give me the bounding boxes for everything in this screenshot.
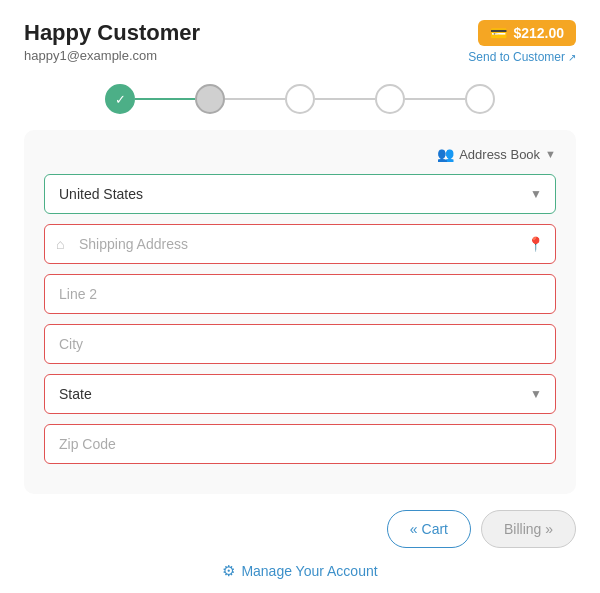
address-book-icon: 👥 xyxy=(437,146,454,162)
chevron-down-icon: ▼ xyxy=(545,148,556,160)
zip-input[interactable] xyxy=(44,424,556,464)
gear-icon: ⚙ xyxy=(222,562,235,580)
manage-account-label: Manage Your Account xyxy=(241,563,377,579)
zip-field[interactable] xyxy=(44,424,556,464)
step-2[interactable] xyxy=(195,84,225,114)
line2-field[interactable] xyxy=(44,274,556,314)
step-5[interactable] xyxy=(465,84,495,114)
city-input[interactable] xyxy=(44,324,556,364)
country-select[interactable]: United States xyxy=(44,174,556,214)
card-icon: 💳 xyxy=(490,25,507,41)
step-1[interactable]: ✓ xyxy=(105,84,135,114)
main-card: 👥 Address Book ▼ United States ▼ ⌂ 📍 xyxy=(24,130,576,494)
city-field[interactable] xyxy=(44,324,556,364)
step-line-2 xyxy=(225,98,285,100)
address-book-link[interactable]: 👥 Address Book ▼ xyxy=(44,146,556,162)
location-pin-icon: 📍 xyxy=(527,236,544,252)
price-badge: 💳 $212.00 Send to Customer ↗ xyxy=(468,20,576,64)
external-link-icon: ↗ xyxy=(568,52,576,63)
price-amount: $212.00 xyxy=(513,25,564,41)
action-buttons: « Cart Billing » xyxy=(0,494,600,556)
step-line-3 xyxy=(315,98,375,100)
shipping-address-input[interactable] xyxy=(44,224,556,264)
line2-input[interactable] xyxy=(44,274,556,314)
address-book-label: Address Book xyxy=(459,147,540,162)
header: Happy Customer happy1@example.com 💳 $212… xyxy=(0,0,600,76)
home-icon: ⌂ xyxy=(56,236,64,252)
manage-account-link[interactable]: ⚙ Manage Your Account xyxy=(0,562,600,580)
country-field[interactable]: United States ▼ xyxy=(44,174,556,214)
step-line-4 xyxy=(405,98,465,100)
state-select[interactable]: State xyxy=(44,374,556,414)
state-field[interactable]: State ▼ xyxy=(44,374,556,414)
customer-email: happy1@example.com xyxy=(24,48,200,63)
send-to-customer-link[interactable]: Send to Customer ↗ xyxy=(468,50,576,64)
step-3[interactable] xyxy=(285,84,315,114)
price-tag: 💳 $212.00 xyxy=(478,20,576,46)
customer-info: Happy Customer happy1@example.com xyxy=(24,20,200,63)
step-line-1 xyxy=(135,98,195,100)
page-wrapper: Happy Customer happy1@example.com 💳 $212… xyxy=(0,0,600,593)
stepper: ✓ xyxy=(0,76,600,130)
shipping-address-field[interactable]: ⌂ 📍 xyxy=(44,224,556,264)
step-4[interactable] xyxy=(375,84,405,114)
customer-name: Happy Customer xyxy=(24,20,200,46)
send-link-label: Send to Customer xyxy=(468,50,565,64)
billing-button[interactable]: Billing » xyxy=(481,510,576,548)
cart-button[interactable]: « Cart xyxy=(387,510,471,548)
